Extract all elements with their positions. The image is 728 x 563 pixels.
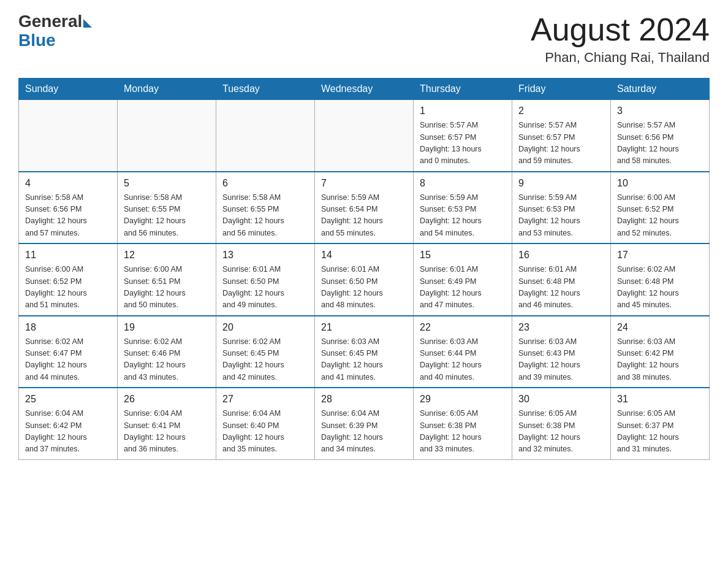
logo: General Blue [18, 12, 92, 50]
day-info: Sunrise: 5:59 AMSunset: 6:53 PMDaylight:… [518, 192, 604, 240]
calendar-cell: 21Sunrise: 6:03 AMSunset: 6:45 PMDayligh… [315, 316, 414, 388]
calendar-week-row: 25Sunrise: 6:04 AMSunset: 6:42 PMDayligh… [19, 388, 710, 459]
calendar-cell [315, 100, 414, 172]
calendar-cell: 18Sunrise: 6:02 AMSunset: 6:47 PMDayligh… [19, 316, 118, 388]
day-number: 7 [321, 176, 407, 191]
day-number: 30 [518, 392, 604, 407]
calendar-cell: 9Sunrise: 5:59 AMSunset: 6:53 PMDaylight… [512, 172, 611, 244]
calendar-cell: 16Sunrise: 6:01 AMSunset: 6:48 PMDayligh… [512, 243, 611, 316]
calendar-cell: 30Sunrise: 6:05 AMSunset: 6:38 PMDayligh… [512, 388, 611, 459]
calendar-cell: 12Sunrise: 6:00 AMSunset: 6:51 PMDayligh… [118, 243, 216, 316]
day-number: 19 [124, 320, 210, 335]
day-info: Sunrise: 6:00 AMSunset: 6:52 PMDaylight:… [617, 192, 703, 240]
day-number: 21 [321, 320, 407, 335]
day-info: Sunrise: 6:03 AMSunset: 6:43 PMDaylight:… [518, 336, 604, 384]
calendar-cell: 24Sunrise: 6:03 AMSunset: 6:42 PMDayligh… [611, 316, 710, 388]
calendar-cell: 15Sunrise: 6:01 AMSunset: 6:49 PMDayligh… [414, 243, 512, 316]
calendar-cell: 19Sunrise: 6:02 AMSunset: 6:46 PMDayligh… [118, 316, 216, 388]
day-info: Sunrise: 6:05 AMSunset: 6:37 PMDaylight:… [617, 408, 703, 456]
calendar-cell [19, 100, 118, 172]
calendar-cell: 8Sunrise: 5:59 AMSunset: 6:53 PMDaylight… [414, 172, 512, 244]
column-header-saturday: Saturday [611, 79, 710, 100]
calendar-cell: 20Sunrise: 6:02 AMSunset: 6:45 PMDayligh… [216, 316, 315, 388]
calendar-cell: 5Sunrise: 5:58 AMSunset: 6:55 PMDaylight… [118, 172, 216, 244]
day-info: Sunrise: 5:57 AMSunset: 6:56 PMDaylight:… [617, 120, 703, 167]
day-number: 6 [222, 176, 308, 191]
day-number: 12 [124, 248, 210, 262]
day-info: Sunrise: 6:02 AMSunset: 6:48 PMDaylight:… [617, 264, 703, 312]
calendar-table: SundayMondayTuesdayWednesdayThursdayFrid… [18, 78, 710, 460]
calendar-cell: 11Sunrise: 6:00 AMSunset: 6:52 PMDayligh… [19, 243, 118, 316]
calendar-cell: 13Sunrise: 6:01 AMSunset: 6:50 PMDayligh… [216, 243, 315, 316]
day-number: 31 [617, 392, 703, 407]
column-header-friday: Friday [512, 79, 611, 100]
day-info: Sunrise: 6:00 AMSunset: 6:52 PMDaylight:… [25, 264, 111, 312]
calendar-cell: 10Sunrise: 6:00 AMSunset: 6:52 PMDayligh… [611, 172, 710, 244]
calendar-week-row: 4Sunrise: 5:58 AMSunset: 6:56 PMDaylight… [19, 172, 710, 244]
logo-arrow-icon [83, 19, 92, 28]
calendar-cell: 2Sunrise: 5:57 AMSunset: 6:57 PMDaylight… [512, 100, 611, 172]
calendar-cell: 14Sunrise: 6:01 AMSunset: 6:50 PMDayligh… [315, 243, 414, 316]
day-info: Sunrise: 6:00 AMSunset: 6:51 PMDaylight:… [124, 264, 210, 312]
day-info: Sunrise: 6:01 AMSunset: 6:49 PMDaylight:… [420, 264, 506, 312]
day-info: Sunrise: 6:05 AMSunset: 6:38 PMDaylight:… [518, 408, 604, 456]
day-info: Sunrise: 5:58 AMSunset: 6:55 PMDaylight:… [124, 192, 210, 240]
day-number: 28 [321, 392, 407, 407]
calendar-cell [118, 100, 216, 172]
calendar-cell: 28Sunrise: 6:04 AMSunset: 6:39 PMDayligh… [315, 388, 414, 459]
calendar-cell: 31Sunrise: 6:05 AMSunset: 6:37 PMDayligh… [611, 388, 710, 459]
day-info: Sunrise: 5:57 AMSunset: 6:57 PMDaylight:… [420, 120, 506, 167]
column-header-thursday: Thursday [414, 79, 512, 100]
day-info: Sunrise: 6:03 AMSunset: 6:45 PMDaylight:… [321, 336, 407, 384]
day-number: 10 [617, 176, 703, 191]
calendar-cell: 23Sunrise: 6:03 AMSunset: 6:43 PMDayligh… [512, 316, 611, 388]
day-info: Sunrise: 5:59 AMSunset: 6:54 PMDaylight:… [321, 192, 407, 240]
day-number: 26 [124, 392, 210, 407]
day-number: 23 [518, 320, 604, 335]
calendar-cell: 26Sunrise: 6:04 AMSunset: 6:41 PMDayligh… [118, 388, 216, 459]
column-header-monday: Monday [118, 79, 216, 100]
day-info: Sunrise: 5:59 AMSunset: 6:53 PMDaylight:… [420, 192, 506, 240]
day-info: Sunrise: 6:01 AMSunset: 6:50 PMDaylight:… [321, 264, 407, 312]
day-info: Sunrise: 6:02 AMSunset: 6:47 PMDaylight:… [25, 336, 111, 384]
day-number: 4 [25, 176, 111, 191]
calendar-cell: 22Sunrise: 6:03 AMSunset: 6:44 PMDayligh… [414, 316, 512, 388]
day-number: 3 [617, 104, 703, 118]
day-number: 27 [222, 392, 308, 407]
day-number: 20 [222, 320, 308, 335]
day-number: 17 [617, 248, 703, 262]
day-number: 11 [25, 248, 111, 262]
calendar-week-row: 11Sunrise: 6:00 AMSunset: 6:52 PMDayligh… [19, 243, 710, 316]
day-info: Sunrise: 6:04 AMSunset: 6:40 PMDaylight:… [222, 408, 308, 456]
day-info: Sunrise: 6:01 AMSunset: 6:48 PMDaylight:… [518, 264, 604, 312]
day-number: 15 [420, 248, 506, 262]
day-number: 22 [420, 320, 506, 335]
day-info: Sunrise: 6:04 AMSunset: 6:41 PMDaylight:… [124, 408, 210, 456]
calendar-cell: 3Sunrise: 5:57 AMSunset: 6:56 PMDaylight… [611, 100, 710, 172]
day-info: Sunrise: 6:04 AMSunset: 6:42 PMDaylight:… [25, 408, 111, 456]
day-info: Sunrise: 6:01 AMSunset: 6:50 PMDaylight:… [222, 264, 308, 312]
location-title: Phan, Chiang Rai, Thailand [531, 50, 710, 66]
day-number: 25 [25, 392, 111, 407]
day-number: 29 [420, 392, 506, 407]
day-number: 16 [518, 248, 604, 262]
calendar-week-row: 1Sunrise: 5:57 AMSunset: 6:57 PMDaylight… [19, 100, 710, 172]
month-title: August 2024 [531, 12, 710, 47]
calendar-cell: 7Sunrise: 5:59 AMSunset: 6:54 PMDaylight… [315, 172, 414, 244]
day-info: Sunrise: 6:02 AMSunset: 6:45 PMDaylight:… [222, 336, 308, 384]
calendar-cell: 6Sunrise: 5:58 AMSunset: 6:55 PMDaylight… [216, 172, 315, 244]
calendar-cell: 1Sunrise: 5:57 AMSunset: 6:57 PMDaylight… [414, 100, 512, 172]
calendar-cell: 29Sunrise: 6:05 AMSunset: 6:38 PMDayligh… [414, 388, 512, 459]
day-number: 5 [124, 176, 210, 191]
day-info: Sunrise: 5:58 AMSunset: 6:55 PMDaylight:… [222, 192, 308, 240]
day-info: Sunrise: 5:57 AMSunset: 6:57 PMDaylight:… [518, 120, 604, 167]
day-info: Sunrise: 6:04 AMSunset: 6:39 PMDaylight:… [321, 408, 407, 456]
day-number: 9 [518, 176, 604, 191]
calendar-cell: 17Sunrise: 6:02 AMSunset: 6:48 PMDayligh… [611, 243, 710, 316]
day-number: 24 [617, 320, 703, 335]
calendar-cell [216, 100, 315, 172]
day-info: Sunrise: 6:03 AMSunset: 6:44 PMDaylight:… [420, 336, 506, 384]
day-number: 2 [518, 104, 604, 118]
column-header-sunday: Sunday [19, 79, 118, 100]
day-number: 1 [420, 104, 506, 118]
